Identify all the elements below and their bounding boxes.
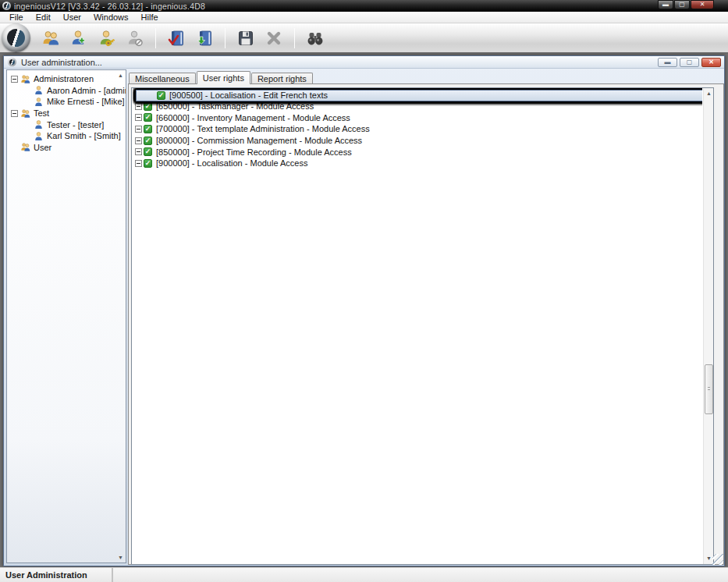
checked-checkbox-icon[interactable] xyxy=(144,147,152,156)
menu-item[interactable]: File xyxy=(3,12,30,22)
right-row[interactable]: [660000] - Inventory Management - Module… xyxy=(133,112,702,123)
app-logo-icon xyxy=(8,58,16,66)
collapse-minus-icon[interactable] xyxy=(135,114,142,121)
mdi-area: User administration... ▬ ▢ ✕ Administrat… xyxy=(0,54,728,567)
user-icon xyxy=(34,119,44,130)
toolbar-separator xyxy=(155,28,156,48)
child-window-title: User administration... xyxy=(21,58,102,67)
collapse-minus-icon[interactable] xyxy=(11,110,18,117)
user-key-icon xyxy=(98,29,116,48)
child-close-button[interactable]: ✕ xyxy=(701,58,721,67)
collapse-minus-icon[interactable] xyxy=(135,148,142,155)
tree-user-label: Aaron Admin - [admin] xyxy=(47,86,126,95)
tree-group-label: Administratoren xyxy=(34,74,94,83)
tab[interactable]: Miscellaneous xyxy=(129,73,196,84)
right-row[interactable]: [900500] - Localisation - Edit French te… xyxy=(136,90,702,101)
right-label: [800000] - Commission Management - Modul… xyxy=(156,136,362,145)
child-titlebar[interactable]: User administration... ▬ ▢ ✕ xyxy=(4,56,724,69)
status-text: User Administration xyxy=(0,568,113,582)
user-icon xyxy=(34,85,44,95)
tree-user-label: Mike Ernesti - [Mike] xyxy=(47,97,125,106)
menu-bar: FileEditUserWindowsHilfe xyxy=(0,12,728,23)
right-label: [650000] - Taskmanager - Module Access xyxy=(156,101,314,111)
collapse-minus-icon[interactable] xyxy=(135,137,142,144)
child-maximize-button[interactable]: ▢ xyxy=(680,58,699,67)
app-logo-icon[interactable] xyxy=(2,23,30,52)
rights-scrollbar: ▲ ▼ xyxy=(703,88,713,564)
app-logo-icon xyxy=(2,2,11,10)
maximize-button[interactable]: ▢ xyxy=(674,0,690,9)
collapse-minus-icon[interactable] xyxy=(135,103,142,110)
user-rights-button[interactable] xyxy=(95,27,119,50)
book-import-icon xyxy=(195,29,214,48)
add-user-icon xyxy=(69,29,88,48)
collapse-minus-icon[interactable] xyxy=(11,76,18,83)
tab[interactable]: User rights xyxy=(197,71,250,84)
right-label: [900500] - Localisation - Edit French te… xyxy=(169,90,328,100)
tree-user-item[interactable]: Tester - [tester] xyxy=(7,119,126,130)
menu-item[interactable]: Hilfe xyxy=(135,12,165,22)
collapse-minus-icon[interactable] xyxy=(135,160,142,167)
user-group-button[interactable] xyxy=(39,27,62,50)
checked-checkbox-icon[interactable] xyxy=(144,159,152,168)
check-rights-button[interactable] xyxy=(165,27,188,50)
user-group-icon xyxy=(41,29,60,48)
add-user-button[interactable] xyxy=(67,27,91,50)
right-row[interactable]: [850000] - Project Time Recording - Modu… xyxy=(133,146,702,158)
search-button[interactable] xyxy=(304,27,327,50)
right-row[interactable]: [900000] - Localisation - Module Access xyxy=(133,158,702,169)
checked-checkbox-icon[interactable] xyxy=(157,91,165,100)
scrollbar-thumb[interactable] xyxy=(705,364,713,414)
tree-user-item[interactable]: Mike Ernesti - [Mike] xyxy=(7,96,126,108)
user-tree-panel: Administratoren Aaron Admin - [admin] Mi… xyxy=(6,69,126,563)
user-rights-tab-panel: [580100] - Project Reports - WYSIWYG mod… xyxy=(128,83,724,565)
delete-button[interactable] xyxy=(262,27,286,50)
right-label: [700000] - Text template Administration … xyxy=(156,124,370,133)
tree-group-item[interactable]: Administratoren xyxy=(7,73,126,85)
minimize-button[interactable]: ▬ xyxy=(658,0,673,9)
right-row[interactable]: [700000] - Text template Administration … xyxy=(133,123,702,135)
menu-item[interactable]: User xyxy=(57,12,87,22)
menu-item[interactable]: Edit xyxy=(30,12,57,22)
checked-checkbox-icon[interactable] xyxy=(144,125,152,133)
toolbar xyxy=(0,23,728,54)
checked-checkbox-icon[interactable] xyxy=(144,102,152,111)
tree-user-label: Karl Smith - [Smith] xyxy=(47,131,121,140)
delete-x-icon xyxy=(265,29,283,48)
right-row[interactable]: [650000] - Taskmanager - Module Access xyxy=(133,101,702,112)
toolbar-separator xyxy=(225,28,226,48)
tree-scroll-down-icon[interactable]: ▼ xyxy=(118,555,123,560)
tree-scroll-up-icon[interactable]: ▲ xyxy=(118,73,123,78)
status-bar: User Administration xyxy=(0,567,728,582)
right-row[interactable]: [800000] - Commission Management - Modul… xyxy=(133,135,702,147)
child-minimize-button[interactable]: ▬ xyxy=(658,58,677,67)
rights-rows: [580100] - Project Reports - WYSIWYG mod… xyxy=(133,88,702,564)
checked-checkbox-icon[interactable] xyxy=(144,113,152,122)
tree-group-item[interactable]: Test xyxy=(7,108,126,119)
deactivate-user-button[interactable] xyxy=(123,27,147,50)
user-group-icon xyxy=(20,74,30,84)
user-group-icon xyxy=(20,142,30,152)
tree-group-label: User xyxy=(34,143,51,152)
tree-group-item[interactable]: User xyxy=(7,142,126,154)
close-button[interactable]: ✕ xyxy=(691,0,714,9)
tree-user-item[interactable]: Aaron Admin - [admin] xyxy=(7,85,126,97)
checked-checkbox-icon[interactable] xyxy=(144,137,152,145)
menu-item[interactable]: Windows xyxy=(87,12,135,22)
tab[interactable]: Report rights xyxy=(251,73,313,84)
tree-user-item[interactable]: Karl Smith - [Smith] xyxy=(7,130,126,142)
tree-user-label: Tester - [tester] xyxy=(47,120,104,130)
user-group-icon xyxy=(20,108,30,119)
resize-grip[interactable] xyxy=(712,554,723,565)
scroll-up-icon[interactable]: ▲ xyxy=(704,88,714,98)
deactivate-user-icon xyxy=(126,29,144,48)
right-label: [660000] - Inventory Management - Module… xyxy=(156,113,350,122)
collapse-minus-icon[interactable] xyxy=(135,126,142,133)
main-titlebar: ingeniousV12 [V3.3.42 - 26.03.12] - inge… xyxy=(0,0,728,12)
main-window-title: ingeniousV12 [V3.3.42 - 26.03.12] - inge… xyxy=(14,2,205,11)
import-rights-button[interactable] xyxy=(193,27,216,50)
right-label: [900000] - Localisation - Module Access xyxy=(156,158,307,168)
save-button[interactable] xyxy=(234,27,257,50)
rights-list: [580100] - Project Reports - WYSIWYG mod… xyxy=(131,87,714,565)
tab-strip: MiscellaneousUser rightsReport rights xyxy=(129,71,314,84)
